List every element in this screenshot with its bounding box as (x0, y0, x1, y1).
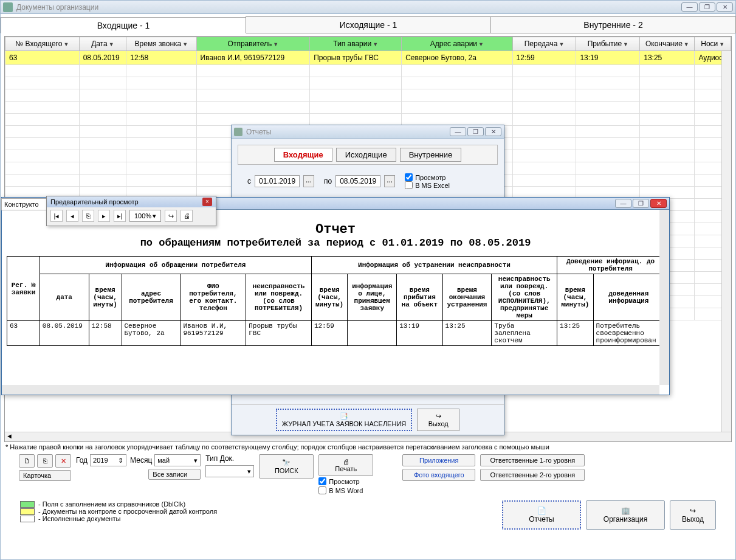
close-preview-icon-button[interactable]: ↪ (165, 210, 177, 222)
preview-window: — ❐ ✕ Отчет по обращениям потребителей з… (1, 197, 670, 395)
pages-button[interactable]: ⎘ (82, 210, 94, 222)
col-arrival[interactable]: Прибытие▼ (576, 37, 640, 51)
report-row: 63 08.05.2019 12:58 Северное Бутово, 2а … (7, 321, 664, 346)
main-tabs: Входящие - 1 Исходящие - 1 Внутренние - … (1, 16, 735, 33)
journal-button[interactable]: 📑ЖУРНАЛ УЧЕТА ЗАЯВОК НАСЕЛЕНИЯ (276, 409, 413, 431)
col-time[interactable]: Время звонка▼ (126, 37, 196, 51)
minimize-button[interactable]: — (681, 2, 698, 12)
last-page-button[interactable]: ▸| (114, 210, 126, 222)
print-preview-button[interactable]: 🖨 (181, 210, 193, 222)
printer-icon: 🖨 (343, 458, 349, 465)
dlg-minimize-button[interactable]: — (450, 127, 466, 136)
tab-incoming[interactable]: Входящие - 1 (1, 17, 246, 33)
report-subtitle: по обращениям потребителей за период с 0… (7, 237, 664, 249)
responsible1-button[interactable]: Ответственные 1-го уровня (480, 454, 585, 466)
table-row[interactable] (5, 77, 731, 89)
preview-tb-close[interactable]: × (202, 198, 212, 206)
date-to-input[interactable]: 08.05.2019 (335, 175, 380, 187)
preview-minimize-button[interactable]: — (615, 199, 631, 208)
dlg-maximize-button[interactable]: ❐ (467, 127, 484, 136)
col-sender[interactable]: Отправитель▼ (196, 37, 310, 51)
reports-button[interactable]: 📄Отчеты (502, 500, 581, 530)
year-input[interactable]: 2019⇕ (90, 454, 126, 466)
legend-swatch-green (20, 501, 35, 508)
print-button[interactable]: 🖨Печать (318, 454, 373, 476)
dlg-exit-button[interactable]: ↪Выход (417, 409, 459, 431)
msword-checkbox[interactable] (318, 486, 326, 494)
card-button[interactable]: Карточка (19, 470, 71, 481)
new-doc-button[interactable]: 🗋 (19, 454, 35, 468)
tab-internal[interactable]: Внутренние - 2 (490, 16, 736, 33)
legend-swatch-white (20, 516, 35, 522)
binoculars-icon: 🔭 (282, 459, 291, 467)
exit-icon: ↪ (690, 506, 696, 515)
close-button[interactable]: ✕ (717, 2, 733, 12)
table-row[interactable] (5, 89, 731, 102)
preview-h-scrollbar[interactable] (2, 385, 659, 395)
report-icon: 📄 (537, 506, 546, 515)
journal-icon: 📑 (340, 412, 348, 420)
legend: - Поля с заполнением из справочников (Db… (1, 497, 735, 533)
table-row[interactable] (5, 114, 731, 126)
preview-v-scrollbar[interactable] (659, 210, 669, 385)
exit-button[interactable]: ↪Выход (670, 500, 716, 530)
dialog-icon (234, 128, 242, 136)
month-label: Месяц (130, 456, 152, 465)
reports-dialog-title-bar: Отчеты — ❐ ✕ (232, 125, 504, 139)
main-title-text: Документы организации (16, 3, 681, 12)
zoom-select[interactable]: 100%▾ (129, 210, 161, 222)
copy-button[interactable]: ⎘ (37, 454, 53, 468)
all-records-button[interactable]: Все записи (148, 469, 201, 480)
organization-button[interactable]: 🏢Организация (586, 500, 665, 530)
report-content: Отчет по обращениям потребителей за пери… (2, 210, 669, 348)
month-select[interactable]: май▾ (154, 454, 201, 466)
doctype-label: Тип Док. (205, 454, 234, 463)
date-from-picker[interactable]: ... (303, 175, 314, 187)
table-row[interactable] (5, 102, 731, 114)
main-title-bar: Документы организации — ❐ ✕ (1, 1, 735, 14)
photo-button[interactable]: Фото входящего (402, 469, 475, 481)
app-icon (3, 2, 13, 12)
dlg-excel-checkbox[interactable] (405, 181, 413, 189)
preview-checkbox[interactable] (318, 477, 326, 485)
responsible2-button[interactable]: Ответственные 2-го уровня (480, 469, 585, 481)
report-table: Рег. № заявки Информация об обращении по… (7, 256, 664, 346)
doctype-select[interactable]: ▾ (205, 465, 254, 477)
constructor-tab[interactable]: Конструкто (1, 198, 47, 210)
grid-v-scrollbar[interactable] (721, 51, 731, 432)
tab-outgoing[interactable]: Исходящие - 1 (246, 16, 491, 33)
bottom-controls: 🗋 ⎘ ✕ Карточка Год 2019⇕ Месяц май▾ Все … (1, 452, 735, 497)
next-page-button[interactable]: ▸ (98, 210, 110, 222)
col-fault-type[interactable]: Тип аварии▼ (310, 37, 402, 51)
preview-maximize-button[interactable]: ❐ (633, 199, 649, 208)
col-num[interactable]: № Входящего▼ (5, 37, 80, 51)
col-fault-addr[interactable]: Адрес аварии▼ (402, 37, 512, 51)
col-transfer[interactable]: Передача▼ (512, 37, 576, 51)
prev-page-button[interactable]: ◂ (66, 210, 78, 222)
dlg-tab-outgoing[interactable]: Исходящие (336, 148, 396, 162)
maximize-button[interactable]: ❐ (699, 2, 715, 12)
preview-toolbar: Предварительный просмотр × |◂ ◂ ⎘ ▸ ▸| 1… (46, 196, 216, 226)
date-from-input[interactable]: 01.01.2019 (255, 175, 300, 187)
org-icon: 🏢 (621, 506, 630, 515)
delete-button[interactable]: ✕ (55, 454, 71, 468)
date-to-picker[interactable]: ... (384, 175, 395, 187)
dlg-tab-internal[interactable]: Внутренние (400, 148, 462, 162)
dlg-preview-checkbox[interactable] (405, 173, 413, 181)
preview-close-button[interactable]: ✕ (650, 199, 667, 208)
col-carrier[interactable]: Носи▼ (695, 37, 731, 51)
dlg-close-button[interactable]: ✕ (485, 127, 501, 136)
dlg-tab-incoming[interactable]: Входящие (274, 148, 332, 162)
search-button[interactable]: 🔭ПОИСК (259, 454, 314, 479)
legend-swatch-yellow (20, 508, 35, 515)
table-row[interactable]: 63 08.05.2019 12:58 Иванов И.И, 96195721… (5, 51, 731, 65)
exit-icon: ↪ (436, 412, 441, 420)
table-row[interactable] (5, 65, 731, 77)
attachments-button[interactable]: Приложения (402, 454, 475, 466)
hint-text: * Нажатие правой кнопки на заголовок упо… (1, 442, 735, 452)
year-label: Год (76, 456, 88, 465)
col-end[interactable]: Окончание▼ (640, 37, 695, 51)
col-date[interactable]: Дата▼ (79, 37, 126, 51)
first-page-button[interactable]: |◂ (50, 210, 63, 222)
